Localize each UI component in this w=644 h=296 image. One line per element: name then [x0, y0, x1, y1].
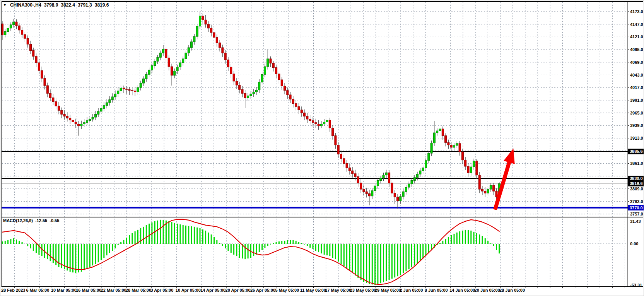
svg-text:31.43: 31.43: [630, 219, 641, 224]
horizontal-level-lines[interactable]: [2, 151, 628, 207]
svg-text:14 Jun 05:00: 14 Jun 05:00: [449, 288, 475, 293]
svg-text:22 Mar 05:00: 22 Mar 05:00: [101, 288, 126, 293]
time-axis[interactable]: 28 Feb 20236 Mar 05:0010 Mar 05:0016 Mar…: [1, 287, 625, 293]
low-value: 3791.3: [78, 2, 92, 8]
svg-text:4017.0: 4017.0: [630, 85, 643, 90]
price-tag-3819.6[interactable]: 3819.6: [628, 181, 644, 186]
svg-text:-53.31: -53.31: [630, 283, 642, 287]
svg-text:3 Apr 05:00: 3 Apr 05:00: [150, 288, 173, 293]
svg-text:4069.0: 4069.0: [630, 60, 643, 65]
svg-text:3809.0: 3809.0: [630, 186, 643, 191]
svg-text:3830.0: 3830.0: [630, 176, 643, 181]
svg-text:14 Apr 05:00: 14 Apr 05:00: [200, 288, 225, 293]
svg-text:3819.6: 3819.6: [630, 181, 643, 186]
symbol-period-label: CHINA300-,H4: [10, 2, 41, 8]
svg-text:29 May 05:00: 29 May 05:00: [375, 288, 401, 293]
svg-text:2 Jun 05:00: 2 Jun 05:00: [400, 288, 423, 293]
svg-text:28 Mar 05:00: 28 Mar 05:00: [126, 288, 151, 293]
price-tag-3885.6[interactable]: 3885.6: [628, 149, 644, 154]
svg-text:23 May 05:00: 23 May 05:00: [350, 288, 376, 293]
chart-header: ▼ CHINA300-,H4 3798.0 3822.4 3791.3 3819…: [3, 2, 109, 8]
svg-text:3913.0: 3913.0: [630, 136, 643, 140]
macd-label: MACD(12,26,9): [3, 218, 33, 223]
svg-text:0.00: 0.00: [630, 241, 638, 246]
svg-text:17 May 05:00: 17 May 05:00: [325, 288, 351, 293]
macd-axis: 31.430.00-53.31: [630, 219, 642, 287]
macd-signal-value: -0.55: [50, 218, 59, 223]
svg-text:4095.0: 4095.0: [630, 47, 643, 52]
macd-indicator-header: MACD(12,26,9) -12.55 -0.55: [3, 218, 59, 223]
grid: [2, 2, 627, 286]
svg-text:3757.0: 3757.0: [630, 212, 643, 216]
svg-text:10 Apr 05:00: 10 Apr 05:00: [176, 288, 201, 293]
svg-text:4173.0: 4173.0: [630, 9, 643, 14]
svg-text:20 Jun 05:00: 20 Jun 05:00: [475, 288, 500, 293]
svg-text:11 May 05:00: 11 May 05:00: [300, 288, 326, 293]
svg-text:4043.0: 4043.0: [630, 73, 643, 77]
close-value: 3819.6: [95, 2, 109, 8]
collapse-chart-icon[interactable]: ▼: [3, 3, 7, 7]
svg-text:3770.0: 3770.0: [630, 205, 643, 210]
high-value: 3822.4: [61, 2, 75, 8]
svg-text:16 Mar 05:00: 16 Mar 05:00: [76, 288, 101, 293]
svg-text:3861.0: 3861.0: [630, 161, 643, 166]
svg-text:20 Apr 05:00: 20 Apr 05:00: [225, 288, 251, 293]
macd-histogram: [2, 220, 500, 285]
svg-text:3783.0: 3783.0: [630, 199, 643, 204]
svg-text:5 May 05:00: 5 May 05:00: [275, 288, 299, 293]
svg-text:8 Jun 05:00: 8 Jun 05:00: [425, 288, 448, 293]
chart-canvas[interactable]: 4173.04147.04121.04095.04069.04043.04017…: [0, 0, 644, 296]
open-value: 3798.0: [44, 2, 58, 8]
price-tag-3830.0[interactable]: 3830.0: [628, 176, 644, 181]
svg-text:3965.0: 3965.0: [630, 111, 643, 115]
macd-main-value: -12.55: [35, 218, 47, 223]
svg-text:28 Feb 2023: 28 Feb 2023: [1, 288, 25, 293]
svg-text:3885.6: 3885.6: [630, 149, 643, 154]
chart-window: 4173.04147.04121.04095.04069.04043.04017…: [0, 0, 644, 296]
svg-text:26 Apr 05:00: 26 Apr 05:00: [250, 288, 275, 293]
svg-text:28 Jun 05:00: 28 Jun 05:00: [499, 288, 525, 293]
svg-text:3939.0: 3939.0: [630, 123, 643, 128]
svg-text:10 Mar 05:00: 10 Mar 05:00: [51, 288, 77, 293]
svg-text:4121.0: 4121.0: [630, 34, 643, 39]
price-tag-3770.0[interactable]: 3770.0: [628, 205, 644, 210]
svg-text:4147.0: 4147.0: [630, 22, 643, 27]
svg-text:6 Mar 05:00: 6 Mar 05:00: [26, 288, 49, 293]
svg-text:3991.0: 3991.0: [630, 98, 643, 103]
